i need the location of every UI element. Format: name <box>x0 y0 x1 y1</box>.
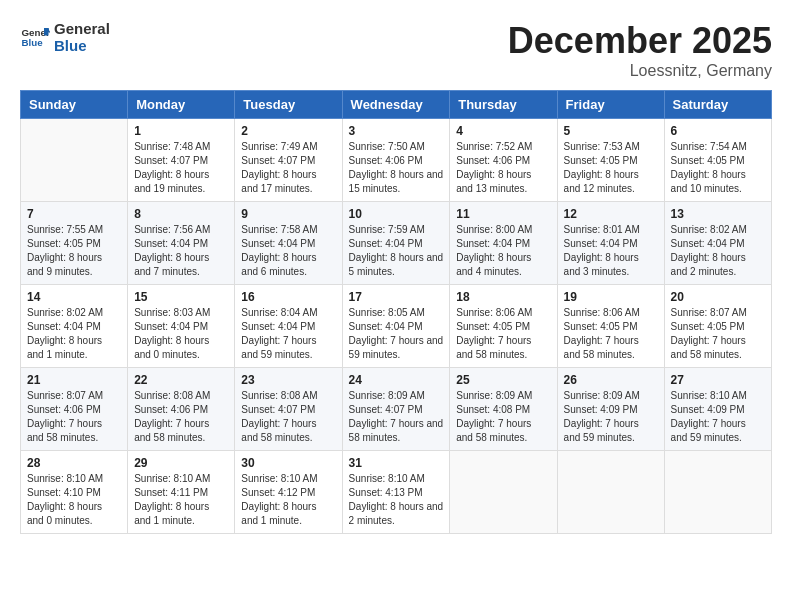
day-info: Sunrise: 8:08 AMSunset: 4:06 PMDaylight:… <box>134 389 228 445</box>
logo-blue: Blue <box>54 37 110 54</box>
day-number: 22 <box>134 373 228 387</box>
calendar-cell: 9Sunrise: 7:58 AMSunset: 4:04 PMDaylight… <box>235 202 342 285</box>
calendar-cell: 22Sunrise: 8:08 AMSunset: 4:06 PMDayligh… <box>128 368 235 451</box>
day-info: Sunrise: 7:53 AMSunset: 4:05 PMDaylight:… <box>564 140 658 196</box>
day-number: 14 <box>27 290 121 304</box>
day-info: Sunrise: 8:03 AMSunset: 4:04 PMDaylight:… <box>134 306 228 362</box>
calendar-cell: 12Sunrise: 8:01 AMSunset: 4:04 PMDayligh… <box>557 202 664 285</box>
calendar-cell: 10Sunrise: 7:59 AMSunset: 4:04 PMDayligh… <box>342 202 450 285</box>
day-info: Sunrise: 8:07 AMSunset: 4:05 PMDaylight:… <box>671 306 765 362</box>
day-number: 12 <box>564 207 658 221</box>
day-number: 7 <box>27 207 121 221</box>
calendar-week-1: 1Sunrise: 7:48 AMSunset: 4:07 PMDaylight… <box>21 119 772 202</box>
month-title: December 2025 <box>508 20 772 62</box>
day-info: Sunrise: 7:50 AMSunset: 4:06 PMDaylight:… <box>349 140 444 196</box>
day-number: 13 <box>671 207 765 221</box>
day-info: Sunrise: 8:02 AMSunset: 4:04 PMDaylight:… <box>27 306 121 362</box>
day-number: 20 <box>671 290 765 304</box>
day-number: 3 <box>349 124 444 138</box>
calendar-cell: 6Sunrise: 7:54 AMSunset: 4:05 PMDaylight… <box>664 119 771 202</box>
day-number: 29 <box>134 456 228 470</box>
day-info: Sunrise: 7:58 AMSunset: 4:04 PMDaylight:… <box>241 223 335 279</box>
calendar-cell: 23Sunrise: 8:08 AMSunset: 4:07 PMDayligh… <box>235 368 342 451</box>
day-number: 5 <box>564 124 658 138</box>
day-number: 28 <box>27 456 121 470</box>
day-number: 21 <box>27 373 121 387</box>
weekday-header-monday: Monday <box>128 91 235 119</box>
weekday-header-wednesday: Wednesday <box>342 91 450 119</box>
logo: General Blue General Blue <box>20 20 110 55</box>
logo-icon: General Blue <box>20 22 50 52</box>
day-number: 4 <box>456 124 550 138</box>
calendar-week-4: 21Sunrise: 8:07 AMSunset: 4:06 PMDayligh… <box>21 368 772 451</box>
day-number: 2 <box>241 124 335 138</box>
calendar-cell: 7Sunrise: 7:55 AMSunset: 4:05 PMDaylight… <box>21 202 128 285</box>
day-info: Sunrise: 8:10 AMSunset: 4:10 PMDaylight:… <box>27 472 121 528</box>
calendar-cell: 25Sunrise: 8:09 AMSunset: 4:08 PMDayligh… <box>450 368 557 451</box>
day-info: Sunrise: 8:01 AMSunset: 4:04 PMDaylight:… <box>564 223 658 279</box>
day-number: 10 <box>349 207 444 221</box>
logo-general: General <box>54 20 110 37</box>
calendar-cell: 24Sunrise: 8:09 AMSunset: 4:07 PMDayligh… <box>342 368 450 451</box>
day-number: 26 <box>564 373 658 387</box>
day-info: Sunrise: 8:09 AMSunset: 4:08 PMDaylight:… <box>456 389 550 445</box>
day-number: 9 <box>241 207 335 221</box>
day-number: 15 <box>134 290 228 304</box>
calendar-cell <box>450 451 557 534</box>
calendar-cell: 26Sunrise: 8:09 AMSunset: 4:09 PMDayligh… <box>557 368 664 451</box>
day-info: Sunrise: 8:09 AMSunset: 4:07 PMDaylight:… <box>349 389 444 445</box>
svg-text:Blue: Blue <box>22 37 44 48</box>
weekday-header-saturday: Saturday <box>664 91 771 119</box>
location: Loessnitz, Germany <box>508 62 772 80</box>
svg-marker-3 <box>44 28 49 36</box>
day-number: 27 <box>671 373 765 387</box>
title-block: December 2025 Loessnitz, Germany <box>508 20 772 80</box>
day-info: Sunrise: 7:59 AMSunset: 4:04 PMDaylight:… <box>349 223 444 279</box>
day-info: Sunrise: 8:10 AMSunset: 4:09 PMDaylight:… <box>671 389 765 445</box>
day-info: Sunrise: 8:08 AMSunset: 4:07 PMDaylight:… <box>241 389 335 445</box>
calendar-cell: 27Sunrise: 8:10 AMSunset: 4:09 PMDayligh… <box>664 368 771 451</box>
calendar-cell <box>664 451 771 534</box>
day-info: Sunrise: 8:09 AMSunset: 4:09 PMDaylight:… <box>564 389 658 445</box>
calendar-cell: 31Sunrise: 8:10 AMSunset: 4:13 PMDayligh… <box>342 451 450 534</box>
day-info: Sunrise: 8:10 AMSunset: 4:13 PMDaylight:… <box>349 472 444 528</box>
calendar-cell: 3Sunrise: 7:50 AMSunset: 4:06 PMDaylight… <box>342 119 450 202</box>
day-number: 18 <box>456 290 550 304</box>
day-info: Sunrise: 7:49 AMSunset: 4:07 PMDaylight:… <box>241 140 335 196</box>
day-info: Sunrise: 8:06 AMSunset: 4:05 PMDaylight:… <box>456 306 550 362</box>
weekday-header-row: SundayMondayTuesdayWednesdayThursdayFrid… <box>21 91 772 119</box>
calendar-cell <box>21 119 128 202</box>
calendar-cell: 13Sunrise: 8:02 AMSunset: 4:04 PMDayligh… <box>664 202 771 285</box>
weekday-header-sunday: Sunday <box>21 91 128 119</box>
calendar-week-2: 7Sunrise: 7:55 AMSunset: 4:05 PMDaylight… <box>21 202 772 285</box>
calendar-cell: 2Sunrise: 7:49 AMSunset: 4:07 PMDaylight… <box>235 119 342 202</box>
day-info: Sunrise: 8:06 AMSunset: 4:05 PMDaylight:… <box>564 306 658 362</box>
calendar-cell: 28Sunrise: 8:10 AMSunset: 4:10 PMDayligh… <box>21 451 128 534</box>
day-number: 17 <box>349 290 444 304</box>
day-info: Sunrise: 8:00 AMSunset: 4:04 PMDaylight:… <box>456 223 550 279</box>
day-info: Sunrise: 7:48 AMSunset: 4:07 PMDaylight:… <box>134 140 228 196</box>
calendar-cell: 14Sunrise: 8:02 AMSunset: 4:04 PMDayligh… <box>21 285 128 368</box>
day-info: Sunrise: 8:10 AMSunset: 4:11 PMDaylight:… <box>134 472 228 528</box>
calendar-cell: 5Sunrise: 7:53 AMSunset: 4:05 PMDaylight… <box>557 119 664 202</box>
weekday-header-friday: Friday <box>557 91 664 119</box>
day-info: Sunrise: 8:07 AMSunset: 4:06 PMDaylight:… <box>27 389 121 445</box>
day-number: 30 <box>241 456 335 470</box>
calendar-cell: 16Sunrise: 8:04 AMSunset: 4:04 PMDayligh… <box>235 285 342 368</box>
weekday-header-thursday: Thursday <box>450 91 557 119</box>
calendar-cell: 4Sunrise: 7:52 AMSunset: 4:06 PMDaylight… <box>450 119 557 202</box>
calendar-cell: 8Sunrise: 7:56 AMSunset: 4:04 PMDaylight… <box>128 202 235 285</box>
day-info: Sunrise: 8:10 AMSunset: 4:12 PMDaylight:… <box>241 472 335 528</box>
day-info: Sunrise: 7:52 AMSunset: 4:06 PMDaylight:… <box>456 140 550 196</box>
calendar-cell: 20Sunrise: 8:07 AMSunset: 4:05 PMDayligh… <box>664 285 771 368</box>
calendar-cell: 30Sunrise: 8:10 AMSunset: 4:12 PMDayligh… <box>235 451 342 534</box>
day-number: 25 <box>456 373 550 387</box>
day-number: 8 <box>134 207 228 221</box>
day-number: 1 <box>134 124 228 138</box>
day-number: 19 <box>564 290 658 304</box>
calendar-cell: 1Sunrise: 7:48 AMSunset: 4:07 PMDaylight… <box>128 119 235 202</box>
calendar-week-5: 28Sunrise: 8:10 AMSunset: 4:10 PMDayligh… <box>21 451 772 534</box>
page-header: General Blue General Blue December 2025 … <box>20 20 772 80</box>
calendar-cell: 11Sunrise: 8:00 AMSunset: 4:04 PMDayligh… <box>450 202 557 285</box>
day-info: Sunrise: 8:05 AMSunset: 4:04 PMDaylight:… <box>349 306 444 362</box>
